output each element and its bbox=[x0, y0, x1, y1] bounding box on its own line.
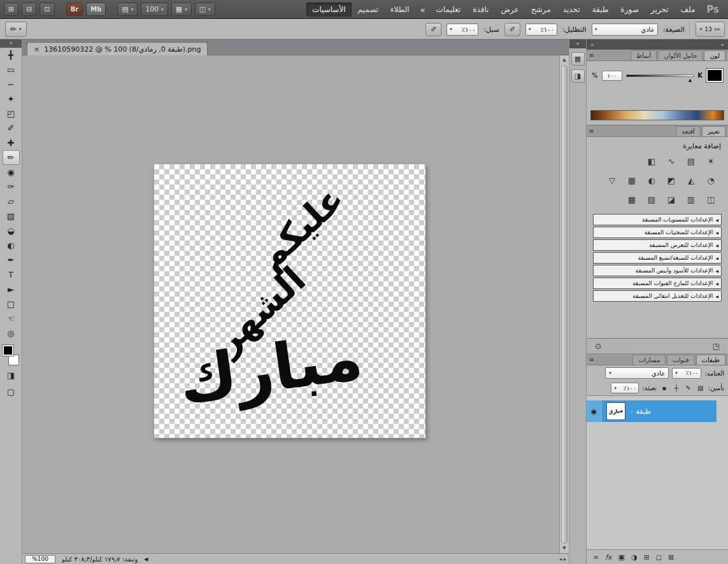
scroll-left-icon[interactable]: ◂ bbox=[559, 556, 562, 562]
lock-pixels-icon[interactable]: ✎ bbox=[684, 384, 693, 391]
collapse-dock-icon-2[interactable]: » bbox=[720, 40, 724, 50]
tab-masks[interactable]: أقنعة bbox=[676, 126, 701, 136]
flow-input[interactable]: ١٠٠٪ ▾ bbox=[446, 24, 478, 36]
black-white-icon[interactable]: ◩ bbox=[665, 175, 678, 186]
menu-file[interactable]: ملف bbox=[675, 2, 701, 17]
hue-saturation-presets-item[interactable]: ◀ الإعدادات للصبغة/تشبع المسبقة bbox=[593, 252, 722, 264]
clone-stamp-tool[interactable]: ◉ bbox=[3, 165, 20, 180]
crop-tool[interactable]: ◰ bbox=[3, 106, 20, 121]
levels-presets-item[interactable]: ◀ الإعدادات للمستويات المسبقة bbox=[593, 214, 722, 225]
status-zoom-input[interactable]: %100 bbox=[25, 555, 55, 563]
lasso-tool[interactable]: ∽ bbox=[3, 77, 20, 92]
vertical-scrollbar-thumb[interactable] bbox=[561, 65, 567, 544]
lock-all-icon[interactable]: ▪ bbox=[660, 384, 669, 391]
artboard[interactable]: عليكم الشهر مبارك bbox=[154, 164, 425, 438]
tab-adjustments[interactable]: تعيير bbox=[702, 126, 725, 136]
airbrush-toggle[interactable]: ✐ bbox=[425, 23, 441, 36]
zoom-level-dropdown[interactable]: 100▾ bbox=[141, 3, 168, 16]
tool-preset-picker[interactable]: ✏ 13 ▾ bbox=[696, 22, 725, 37]
document-tab[interactable]: × 13610590322 @ % 100 (طبقة 0, رمادي/8).… bbox=[27, 42, 208, 55]
status-menu-arrow-icon[interactable]: ◀ bbox=[144, 556, 148, 562]
vertical-scrollbar[interactable]: ▲ ▼ bbox=[559, 55, 569, 553]
navigator-panel-icon[interactable]: ▦ bbox=[571, 52, 585, 66]
photo-filter-icon[interactable]: ◐ bbox=[645, 175, 658, 186]
foreground-color-swatch[interactable] bbox=[3, 345, 13, 356]
scroll-down-icon[interactable]: ▼ bbox=[560, 544, 569, 553]
color-balance-icon[interactable]: ◭ bbox=[685, 175, 697, 186]
selective-color-presets-item[interactable]: ◀ الإعدادات للتعديل انتقائي المسبقة bbox=[593, 290, 722, 302]
restore-view-icon[interactable]: ⊟ bbox=[22, 3, 36, 16]
toggle-brush-panel-button[interactable]: ✏ ▾ bbox=[5, 22, 27, 37]
threshold-icon[interactable]: ◪ bbox=[665, 194, 678, 205]
menu-window[interactable]: نافذة bbox=[467, 2, 494, 17]
background-color-swatch[interactable] bbox=[8, 355, 19, 365]
tools-panel-header[interactable]: » bbox=[0, 39, 22, 48]
layer-visibility-cell[interactable]: ◉ bbox=[587, 400, 602, 422]
minimize-view-icon[interactable]: ⊡ bbox=[39, 3, 54, 16]
exposure-presets-item[interactable]: ◀ الإعدادات للتعرض المسبقة bbox=[593, 239, 722, 251]
levels-icon[interactable]: ▤ bbox=[685, 156, 697, 167]
horizontal-scroll-buttons[interactable]: ◂ ▸ bbox=[559, 556, 566, 562]
menu-image[interactable]: صورة bbox=[615, 2, 644, 17]
workspace-painting[interactable]: الطلاء bbox=[385, 3, 415, 17]
layer-thumbnail[interactable]: مبارك bbox=[606, 402, 625, 420]
tab-styles[interactable]: أنماط bbox=[631, 50, 657, 60]
k-channel-slider[interactable]: ▲ bbox=[626, 74, 694, 77]
layer-fill-input[interactable]: ١٠٠٪ ▾ bbox=[611, 383, 639, 393]
healing-brush-tool[interactable]: ✚ bbox=[3, 136, 20, 150]
posterize-icon[interactable]: ▥ bbox=[685, 194, 697, 205]
layer-row-selected[interactable]: ◉ مبارك طبقة ٠ bbox=[587, 400, 717, 422]
scroll-right-icon[interactable]: ▸ bbox=[564, 556, 566, 562]
zoom-tool[interactable]: ◎ bbox=[3, 326, 20, 341]
close-tab-icon[interactable]: × bbox=[34, 46, 39, 53]
menu-select[interactable]: تحديد bbox=[557, 2, 586, 17]
quick-selection-tool[interactable]: ✦ bbox=[3, 92, 20, 106]
eyedropper-tool[interactable]: ✐ bbox=[3, 121, 20, 136]
screen-mode-toggle[interactable]: ▢ bbox=[3, 384, 20, 398]
view-extras-button[interactable]: ▤▾ bbox=[117, 3, 138, 16]
adjustment-layer-icon[interactable]: ◑ bbox=[631, 553, 638, 561]
launch-bridge-button[interactable]: Br bbox=[66, 3, 83, 16]
menu-view[interactable]: عرض bbox=[495, 2, 524, 17]
hand-tool[interactable]: ☜ bbox=[3, 311, 20, 326]
lock-position-icon[interactable]: ┼ bbox=[672, 384, 681, 391]
vibrance-icon[interactable]: ▽ bbox=[606, 175, 618, 186]
tab-color[interactable]: لون bbox=[704, 50, 725, 60]
tab-paths[interactable]: مسارات bbox=[632, 355, 666, 365]
rectangle-tool[interactable]: □ bbox=[3, 297, 20, 311]
brightness-contrast-icon[interactable]: ☀ bbox=[704, 156, 717, 167]
tab-layers[interactable]: طبقات bbox=[696, 355, 726, 365]
brush-tool[interactable]: ✏ bbox=[3, 150, 20, 165]
dodge-tool[interactable]: ◐ bbox=[3, 238, 20, 253]
slider-thumb-icon[interactable]: ▲ bbox=[689, 78, 692, 83]
move-tool[interactable]: ╋ bbox=[3, 48, 20, 62]
lock-transparency-icon[interactable]: ▨ bbox=[696, 384, 705, 391]
arrange-documents-button[interactable]: ▦▾ bbox=[171, 3, 192, 16]
expand-panel-icon[interactable]: ◳ bbox=[713, 342, 720, 351]
layer-mask-icon[interactable]: ▣ bbox=[618, 553, 625, 561]
panel-menu-icon[interactable]: ≡ bbox=[589, 356, 594, 363]
layer-name[interactable]: طبقة ٠ bbox=[630, 407, 651, 416]
histogram-panel-icon[interactable]: ◨ bbox=[571, 69, 585, 83]
workspace-design[interactable]: تصميم bbox=[352, 3, 384, 17]
history-brush-tool[interactable]: ✑ bbox=[3, 180, 20, 194]
layer-group-icon[interactable]: ⊞ bbox=[644, 553, 650, 561]
blend-mode-select[interactable]: عادي ▾ bbox=[592, 24, 658, 36]
scroll-up-icon[interactable]: ▲ bbox=[560, 56, 569, 64]
menu-layer[interactable]: طبقة bbox=[587, 2, 615, 17]
curves-icon[interactable]: ∿ bbox=[665, 156, 678, 167]
panel-menu-icon[interactable]: ≡ bbox=[589, 52, 594, 59]
layer-blend-mode-select[interactable]: عادي ▾ bbox=[605, 367, 669, 379]
canvas-area[interactable]: عليكم الشهر مبارك ▲ ▼ bbox=[22, 55, 569, 553]
opacity-input[interactable]: ١٠٠٪ ▾ bbox=[525, 24, 557, 36]
collapse-dock-icon[interactable]: » bbox=[590, 40, 594, 50]
path-selection-tool[interactable]: ► bbox=[3, 282, 20, 297]
color-ramp[interactable] bbox=[590, 110, 724, 120]
panel-menu-icon[interactable]: ≡ bbox=[589, 128, 594, 134]
menu-edit[interactable]: تحرير bbox=[645, 2, 674, 17]
curves-presets-item[interactable]: ◀ الإعدادات للمنحنيات المسبقة bbox=[593, 227, 722, 238]
quick-mask-button[interactable]: ◨ bbox=[3, 368, 20, 382]
layer-effects-icon[interactable]: fx bbox=[605, 553, 611, 561]
tab-channels[interactable]: قنوات bbox=[667, 355, 694, 365]
black-white-presets-item[interactable]: ◀ الإعدادات للأسود وأبيض المسبقة bbox=[593, 265, 722, 276]
